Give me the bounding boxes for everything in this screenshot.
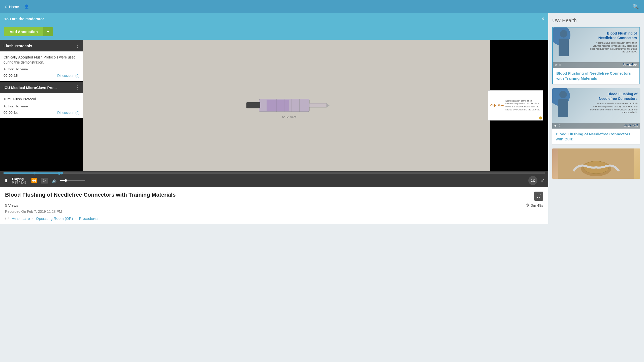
annotation-header-1: Flush Protocols ⋮ bbox=[0, 40, 83, 51]
sidebar-title: UW Health bbox=[552, 18, 640, 23]
sidebar-thumb-2: Blood Flushing of Needlefree Connectors … bbox=[552, 88, 640, 129]
cc-button[interactable]: CC bbox=[528, 176, 537, 185]
video-thumbnail-inset: Objectives Demonstration of the flush vo… bbox=[488, 90, 543, 120]
home-nav-link[interactable]: ⌂ Home bbox=[5, 4, 19, 9]
tag-healthcare[interactable]: Healthcare bbox=[12, 216, 30, 221]
video-player-wrapper: Flush Protocols ⋮ Clinically Accepted Fl… bbox=[0, 40, 548, 187]
rewind-button[interactable]: ⏪ bbox=[31, 177, 37, 184]
video-main[interactable]: Flush Protocols ⋮ Clinically Accepted Fl… bbox=[0, 40, 548, 171]
recorded-row: Recorded On Feb 7, 2019 11:28 PM bbox=[5, 209, 543, 214]
thumb-overlay-1: 👁 5 ⏱ 3m 49s bbox=[553, 62, 639, 68]
video-controls: ⏸ Playing 0:25 / 3:49 ⏪ 1x bbox=[0, 171, 548, 187]
volume-knob[interactable] bbox=[65, 179, 67, 182]
sidebar-card-title-2[interactable]: Blood Flushing of Needlefree Connectors … bbox=[556, 132, 636, 141]
playhead[interactable] bbox=[58, 172, 61, 175]
user-icon: 👤 bbox=[24, 4, 29, 9]
volume-icon[interactable]: 🔈 bbox=[52, 177, 58, 184]
clock-icon-2: ⏱ bbox=[624, 124, 627, 128]
home-label: Home bbox=[9, 5, 19, 9]
thumb-heading-2: Blood Flushing of Needlefree Connectors bbox=[589, 92, 637, 101]
svg-rect-2 bbox=[309, 103, 327, 107]
moderator-banner: You are the moderator × bbox=[0, 13, 548, 24]
sidebar-thumb-1: Blood Flushing of Needlefree Connectors … bbox=[553, 27, 639, 68]
speed-badge[interactable]: 1x bbox=[41, 178, 48, 184]
home-icon: ⌂ bbox=[5, 4, 8, 9]
sidebar-card-3[interactable] bbox=[552, 148, 640, 179]
moderator-text: You are the moderator bbox=[4, 17, 44, 21]
search-icon[interactable]: 🔍 bbox=[633, 4, 639, 10]
annotation-text-2: 10mL Flush Protocol. bbox=[4, 97, 80, 102]
thumb-bg-1: Blood Flushing of Needlefree Connectors … bbox=[553, 27, 639, 68]
annotation-header-2: ICU Medical MicroClave Pro... ⋮ bbox=[0, 82, 83, 93]
person-silhouette-2 bbox=[555, 91, 571, 126]
video-section: You are the moderator × Add Annotation ▼… bbox=[0, 13, 548, 224]
close-moderator-button[interactable]: × bbox=[541, 16, 544, 21]
annotation-title-1: Flush Protocols bbox=[4, 44, 32, 48]
annotation-body-2: 10mL Flush Protocol. Author: bcherne 00:… bbox=[0, 93, 83, 118]
progress-bar-container bbox=[0, 171, 548, 174]
svg-rect-9 bbox=[267, 100, 289, 111]
annotation-menu-icon-2[interactable]: ⋮ bbox=[75, 85, 80, 90]
main-container: You are the moderator × Add Annotation ▼… bbox=[0, 13, 644, 224]
add-annotation-button[interactable]: Add Annotation bbox=[4, 27, 43, 36]
playing-label: Playing bbox=[12, 177, 26, 181]
annotation-text-1: Clinically Accepted Flush Protocols were… bbox=[4, 55, 80, 65]
thumbnail-label: Objectives bbox=[490, 104, 505, 107]
svg-marker-3 bbox=[327, 103, 330, 107]
annotations-panel: Flush Protocols ⋮ Clinically Accepted Fl… bbox=[0, 40, 83, 119]
eye-icon-1: 👁 bbox=[555, 63, 558, 67]
annotation-footer-1: 00:00:15 Discussion (0) bbox=[4, 74, 80, 78]
thumb-bg-2: Blood Flushing of Needlefree Connectors … bbox=[552, 88, 640, 129]
thumb-views-1: 👁 5 bbox=[555, 63, 561, 67]
thumbnail-content: Objectives Demonstration of the flush vo… bbox=[488, 91, 543, 120]
sidebar-card-body-2: Blood Flushing of Needlefree Connectors … bbox=[552, 129, 640, 144]
video-title-row: Blood Flushing of Needlefree Connectors … bbox=[5, 192, 543, 201]
annotation-menu-icon-1[interactable]: ⋮ bbox=[75, 43, 80, 48]
video-content-area: DC1V1 1B C7 bbox=[83, 40, 490, 171]
expand-button[interactable]: ⤢ bbox=[541, 178, 545, 183]
top-navigation: ⌂ Home 👤 🔍 bbox=[0, 0, 644, 13]
sidebar-thumb-3 bbox=[552, 148, 640, 179]
volume-slider[interactable] bbox=[60, 180, 85, 181]
volume-area: 🔈 bbox=[52, 177, 85, 184]
annotation-card-2: ICU Medical MicroClave Pro... ⋮ 10mL Flu… bbox=[0, 82, 83, 118]
add-annotation-area: Add Annotation ▼ bbox=[0, 24, 548, 40]
thumb-desc-1: A comparative demonstration of the flush… bbox=[589, 42, 637, 53]
annotation-time-2: 00:00:34 bbox=[4, 111, 18, 115]
tag-procedures[interactable]: Procedures bbox=[79, 216, 99, 221]
annotation-discussion-link-2[interactable]: Discussion (0) bbox=[57, 111, 80, 115]
sidebar-card-title-1[interactable]: Blood Flushing of Needlefree Connectors … bbox=[556, 71, 636, 81]
volume-fill bbox=[60, 180, 65, 181]
tag-operating-room[interactable]: Operating Room (OR) bbox=[36, 216, 73, 221]
thumbnail-indicator bbox=[539, 116, 542, 119]
tag-dot-2: • bbox=[75, 217, 76, 220]
annotation-discussion-link-1[interactable]: Discussion (0) bbox=[57, 74, 80, 78]
user-nav-link[interactable]: 👤 bbox=[24, 4, 29, 9]
sidebar-card-1[interactable]: Blood Flushing of Needlefree Connectors … bbox=[552, 27, 640, 84]
thumb-hands-bg bbox=[552, 148, 640, 179]
annotation-card: Flush Protocols ⋮ Clinically Accepted Fl… bbox=[0, 40, 83, 81]
right-sidebar: UW Health Blood Flushing of Needlefree C… bbox=[548, 13, 644, 224]
annotation-author-row-1: Author: bcherne bbox=[4, 67, 80, 71]
person-silhouette-1 bbox=[555, 30, 572, 65]
hands-graphic bbox=[552, 148, 640, 179]
duration-info: ⏱ 3m 49s bbox=[526, 203, 543, 207]
thumb-duration-1: ⏱ 3m 49s bbox=[623, 63, 637, 67]
thumb-overlay-2: 👁 2 ⏱ 3m 49s bbox=[552, 123, 640, 129]
views-count: 5 Views bbox=[5, 203, 18, 207]
thumb-duration-2: ⏱ 3m 49s bbox=[624, 124, 638, 128]
thumb-views-2: 👁 2 bbox=[554, 124, 561, 128]
annotation-footer-2: 00:00:34 Discussion (0) bbox=[4, 111, 80, 115]
progress-bar[interactable] bbox=[4, 172, 545, 174]
annotation-body-1: Clinically Accepted Flush Protocols were… bbox=[0, 51, 83, 81]
annotation-progress-dot-2[interactable] bbox=[60, 172, 63, 174]
tags-row: 🏷 Healthcare • Operating Room (OR) • Pro… bbox=[5, 216, 543, 221]
pause-button[interactable]: ⏸ bbox=[4, 178, 9, 184]
add-annotation-dropdown-button[interactable]: ▼ bbox=[43, 27, 53, 36]
video-meta-row: 5 Views ⏱ 3m 49s bbox=[5, 203, 543, 207]
clock-icon-1: ⏱ bbox=[623, 63, 626, 67]
svg-text:DC1V1 1B C7: DC1V1 1B C7 bbox=[282, 116, 297, 118]
sidebar-card-2[interactable]: Blood Flushing of Needlefree Connectors … bbox=[552, 88, 640, 144]
fullscreen-button[interactable]: ⛶ bbox=[534, 192, 543, 201]
annotation-author-row-2: Author: bcherne bbox=[4, 104, 80, 108]
